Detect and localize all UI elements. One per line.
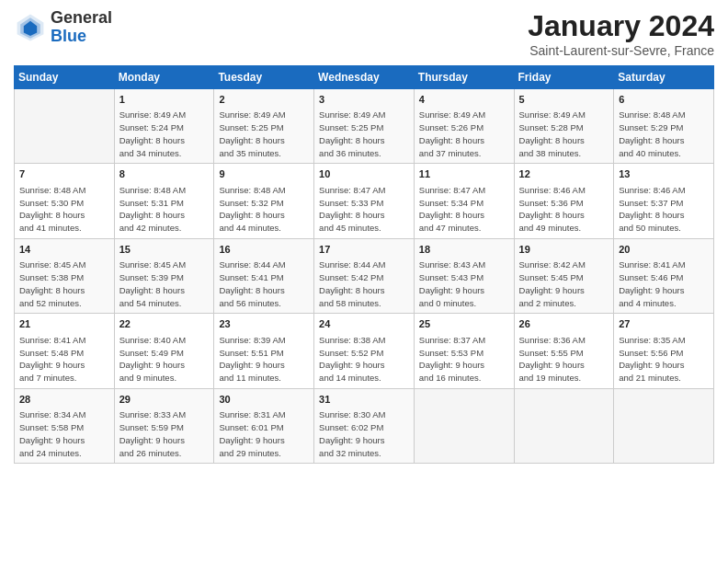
header-day-sunday: Sunday bbox=[15, 66, 115, 89]
day-number: 3 bbox=[319, 93, 409, 107]
calendar-location: Saint-Laurent-sur-Sevre, France bbox=[528, 43, 714, 58]
day-detail: Sunrise: 8:40 AMSunset: 5:49 PMDaylight:… bbox=[119, 334, 210, 385]
day-number: 21 bbox=[19, 317, 109, 331]
calendar-week-4: 21Sunrise: 8:41 AMSunset: 5:48 PMDayligh… bbox=[15, 314, 714, 388]
day-number: 27 bbox=[619, 317, 709, 331]
day-detail: Sunrise: 8:31 AMSunset: 6:01 PMDaylight:… bbox=[219, 408, 309, 459]
header-day-monday: Monday bbox=[114, 66, 214, 89]
day-detail: Sunrise: 8:38 AMSunset: 5:52 PMDaylight:… bbox=[319, 334, 409, 385]
day-number: 25 bbox=[419, 317, 509, 331]
day-detail: Sunrise: 8:34 AMSunset: 5:58 PMDaylight:… bbox=[19, 408, 109, 459]
day-number: 7 bbox=[19, 167, 109, 181]
calendar-cell: 12Sunrise: 8:46 AMSunset: 5:36 PMDayligh… bbox=[514, 164, 614, 238]
day-detail: Sunrise: 8:30 AMSunset: 6:02 PMDaylight:… bbox=[319, 408, 409, 459]
logo-icon bbox=[14, 11, 47, 44]
day-number: 24 bbox=[319, 317, 409, 331]
calendar-cell: 4Sunrise: 8:49 AMSunset: 5:26 PMDaylight… bbox=[414, 89, 514, 164]
header-day-tuesday: Tuesday bbox=[214, 66, 314, 89]
day-number: 28 bbox=[19, 393, 109, 407]
calendar-cell bbox=[614, 388, 714, 463]
day-detail: Sunrise: 8:45 AMSunset: 5:38 PMDaylight:… bbox=[19, 259, 109, 309]
day-detail: Sunrise: 8:44 AMSunset: 5:42 PMDaylight:… bbox=[319, 259, 409, 309]
day-number: 30 bbox=[219, 393, 309, 407]
calendar-cell: 24Sunrise: 8:38 AMSunset: 5:52 PMDayligh… bbox=[314, 314, 415, 388]
day-number: 12 bbox=[519, 167, 609, 181]
day-detail: Sunrise: 8:49 AMSunset: 5:24 PMDaylight:… bbox=[119, 109, 210, 159]
calendar-cell: 22Sunrise: 8:40 AMSunset: 5:49 PMDayligh… bbox=[114, 314, 214, 388]
calendar-cell: 28Sunrise: 8:34 AMSunset: 5:58 PMDayligh… bbox=[15, 388, 115, 463]
header-day-thursday: Thursday bbox=[414, 66, 514, 89]
calendar-cell: 17Sunrise: 8:44 AMSunset: 5:42 PMDayligh… bbox=[314, 238, 415, 313]
calendar-cell: 26Sunrise: 8:36 AMSunset: 5:55 PMDayligh… bbox=[514, 314, 614, 388]
calendar-cell bbox=[15, 89, 115, 164]
calendar-week-3: 14Sunrise: 8:45 AMSunset: 5:38 PMDayligh… bbox=[15, 238, 714, 313]
day-detail: Sunrise: 8:42 AMSunset: 5:45 PMDaylight:… bbox=[519, 259, 609, 309]
day-detail: Sunrise: 8:48 AMSunset: 5:32 PMDaylight:… bbox=[219, 184, 309, 235]
day-number: 4 bbox=[419, 93, 509, 107]
day-number: 15 bbox=[119, 243, 210, 257]
day-detail: Sunrise: 8:43 AMSunset: 5:43 PMDaylight:… bbox=[419, 259, 509, 309]
page-header: General Blue January 2024 Saint-Laurent-… bbox=[14, 9, 714, 58]
calendar-cell: 3Sunrise: 8:49 AMSunset: 5:25 PMDaylight… bbox=[314, 89, 415, 164]
calendar-cell: 23Sunrise: 8:39 AMSunset: 5:51 PMDayligh… bbox=[214, 314, 314, 388]
day-number: 1 bbox=[119, 93, 210, 107]
day-detail: Sunrise: 8:47 AMSunset: 5:33 PMDaylight:… bbox=[319, 184, 409, 235]
calendar-cell: 15Sunrise: 8:45 AMSunset: 5:39 PMDayligh… bbox=[114, 238, 214, 313]
calendar-cell: 9Sunrise: 8:48 AMSunset: 5:32 PMDaylight… bbox=[214, 164, 314, 238]
calendar-cell: 10Sunrise: 8:47 AMSunset: 5:33 PMDayligh… bbox=[314, 164, 415, 238]
day-detail: Sunrise: 8:47 AMSunset: 5:34 PMDaylight:… bbox=[419, 184, 509, 235]
day-number: 9 bbox=[219, 167, 309, 181]
day-number: 26 bbox=[519, 317, 609, 331]
day-number: 29 bbox=[119, 393, 210, 407]
header-day-saturday: Saturday bbox=[614, 66, 714, 89]
logo-general-text: General bbox=[51, 9, 112, 28]
calendar-cell: 13Sunrise: 8:46 AMSunset: 5:37 PMDayligh… bbox=[614, 164, 714, 238]
calendar-cell bbox=[514, 388, 614, 463]
day-detail: Sunrise: 8:37 AMSunset: 5:53 PMDaylight:… bbox=[419, 334, 509, 385]
day-number: 5 bbox=[519, 93, 609, 107]
calendar-cell: 16Sunrise: 8:44 AMSunset: 5:41 PMDayligh… bbox=[214, 238, 314, 313]
day-number: 10 bbox=[319, 167, 409, 181]
day-detail: Sunrise: 8:41 AMSunset: 5:48 PMDaylight:… bbox=[19, 334, 109, 385]
calendar-table: SundayMondayTuesdayWednesdayThursdayFrid… bbox=[14, 65, 714, 464]
calendar-cell: 30Sunrise: 8:31 AMSunset: 6:01 PMDayligh… bbox=[214, 388, 314, 463]
logo: General Blue bbox=[14, 9, 112, 46]
day-detail: Sunrise: 8:49 AMSunset: 5:26 PMDaylight:… bbox=[419, 109, 509, 159]
day-detail: Sunrise: 8:45 AMSunset: 5:39 PMDaylight:… bbox=[119, 259, 210, 309]
calendar-week-1: 1Sunrise: 8:49 AMSunset: 5:24 PMDaylight… bbox=[15, 89, 714, 164]
day-number: 18 bbox=[419, 243, 509, 257]
logo-text: General Blue bbox=[51, 9, 112, 46]
day-number: 22 bbox=[119, 317, 210, 331]
calendar-cell: 21Sunrise: 8:41 AMSunset: 5:48 PMDayligh… bbox=[15, 314, 115, 388]
calendar-week-2: 7Sunrise: 8:48 AMSunset: 5:30 PMDaylight… bbox=[15, 164, 714, 238]
calendar-cell: 18Sunrise: 8:43 AMSunset: 5:43 PMDayligh… bbox=[414, 238, 514, 313]
logo-blue-text: Blue bbox=[51, 28, 112, 46]
day-detail: Sunrise: 8:48 AMSunset: 5:29 PMDaylight:… bbox=[619, 109, 709, 159]
header-day-wednesday: Wednesday bbox=[314, 66, 415, 89]
calendar-title: January 2024 bbox=[528, 9, 714, 43]
day-detail: Sunrise: 8:33 AMSunset: 5:59 PMDaylight:… bbox=[119, 408, 210, 459]
calendar-cell: 20Sunrise: 8:41 AMSunset: 5:46 PMDayligh… bbox=[614, 238, 714, 313]
calendar-cell bbox=[414, 388, 514, 463]
day-number: 13 bbox=[619, 167, 709, 181]
title-block: January 2024 Saint-Laurent-sur-Sevre, Fr… bbox=[528, 9, 714, 58]
day-detail: Sunrise: 8:35 AMSunset: 5:56 PMDaylight:… bbox=[619, 334, 709, 385]
day-detail: Sunrise: 8:46 AMSunset: 5:37 PMDaylight:… bbox=[619, 184, 709, 235]
calendar-cell: 2Sunrise: 8:49 AMSunset: 5:25 PMDaylight… bbox=[214, 89, 314, 164]
calendar-cell: 11Sunrise: 8:47 AMSunset: 5:34 PMDayligh… bbox=[414, 164, 514, 238]
calendar-cell: 27Sunrise: 8:35 AMSunset: 5:56 PMDayligh… bbox=[614, 314, 714, 388]
calendar-cell: 7Sunrise: 8:48 AMSunset: 5:30 PMDaylight… bbox=[15, 164, 115, 238]
calendar-header-row: SundayMondayTuesdayWednesdayThursdayFrid… bbox=[15, 66, 714, 89]
day-number: 20 bbox=[619, 243, 709, 257]
day-detail: Sunrise: 8:36 AMSunset: 5:55 PMDaylight:… bbox=[519, 334, 609, 385]
calendar-cell: 25Sunrise: 8:37 AMSunset: 5:53 PMDayligh… bbox=[414, 314, 514, 388]
day-detail: Sunrise: 8:41 AMSunset: 5:46 PMDaylight:… bbox=[619, 259, 709, 309]
calendar-cell: 5Sunrise: 8:49 AMSunset: 5:28 PMDaylight… bbox=[514, 89, 614, 164]
day-number: 17 bbox=[319, 243, 409, 257]
day-detail: Sunrise: 8:44 AMSunset: 5:41 PMDaylight:… bbox=[219, 259, 309, 309]
calendar-cell: 29Sunrise: 8:33 AMSunset: 5:59 PMDayligh… bbox=[114, 388, 214, 463]
day-number: 16 bbox=[219, 243, 309, 257]
calendar-cell: 19Sunrise: 8:42 AMSunset: 5:45 PMDayligh… bbox=[514, 238, 614, 313]
calendar-cell: 31Sunrise: 8:30 AMSunset: 6:02 PMDayligh… bbox=[314, 388, 415, 463]
day-detail: Sunrise: 8:49 AMSunset: 5:25 PMDaylight:… bbox=[319, 109, 409, 159]
